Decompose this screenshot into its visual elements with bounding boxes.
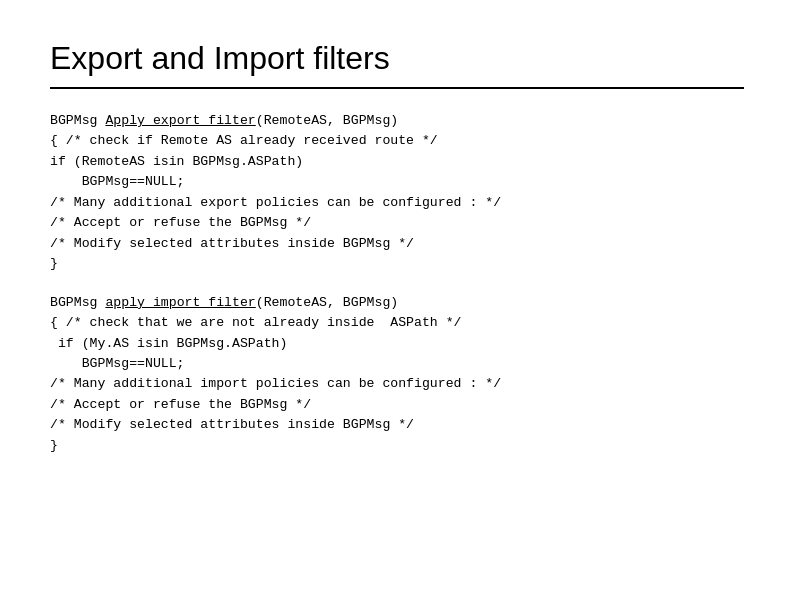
import-line1-prefix: BGPMsg xyxy=(50,295,105,310)
title-divider xyxy=(50,87,744,89)
export-line1-suffix: (RemoteAS, BGPMsg) { /* check if Remote … xyxy=(50,113,501,271)
page-title: Export and Import filters xyxy=(50,40,744,77)
import-code: BGPMsg apply_import_filter(RemoteAS, BGP… xyxy=(50,293,744,457)
import-line1-suffix: (RemoteAS, BGPMsg) { /* check that we ar… xyxy=(50,295,501,453)
export-code-block: BGPMsg Apply_export_filter(RemoteAS, BGP… xyxy=(50,111,744,275)
export-code: BGPMsg Apply_export_filter(RemoteAS, BGP… xyxy=(50,111,744,275)
import-function-name: apply_import_filter xyxy=(105,295,255,310)
slide: Export and Import filters BGPMsg Apply_e… xyxy=(0,0,794,595)
import-code-block: BGPMsg apply_import_filter(RemoteAS, BGP… xyxy=(50,293,744,457)
export-line1-prefix: BGPMsg xyxy=(50,113,105,128)
export-function-name: Apply_export_filter xyxy=(105,113,255,128)
